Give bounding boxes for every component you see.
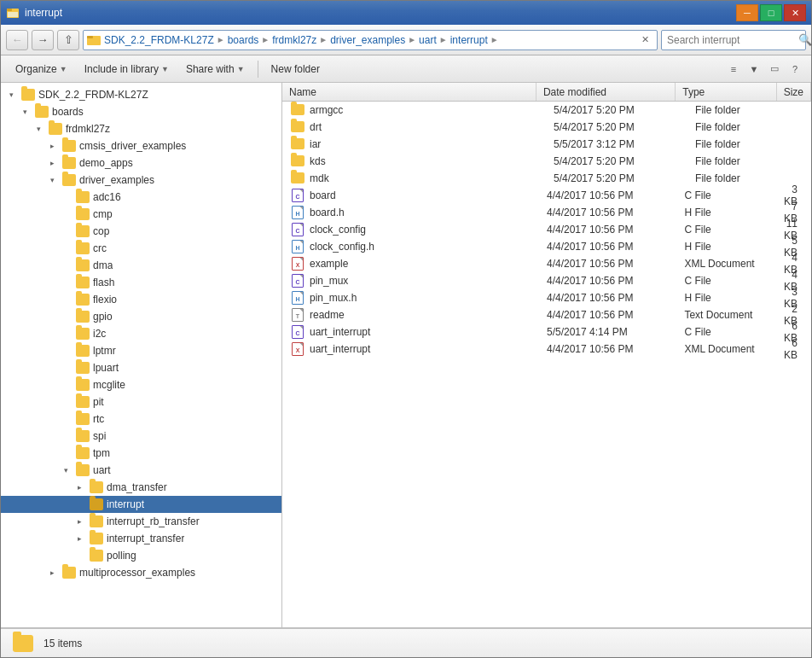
view-dropdown-button[interactable]: ▼ — [745, 60, 763, 79]
tree-label-rtc: rtc — [93, 413, 104, 425]
search-icon[interactable]: 🔍 — [798, 33, 812, 46]
tree-item-dma[interactable]: dma — [1, 257, 281, 274]
tree-item-lpuart[interactable]: lpuart — [1, 359, 281, 376]
share-button[interactable]: Share with ▼ — [178, 58, 252, 80]
folder-icon — [291, 138, 304, 149]
col-header-name[interactable]: Name — [282, 83, 536, 101]
tree-item-boards[interactable]: boards — [1, 103, 281, 120]
tree-item-interrupt[interactable]: interrupt — [1, 496, 281, 513]
address-bar[interactable]: SDK_2.2_FRDM-KL27Z ► boards ► frdmkl27z … — [83, 30, 658, 50]
share-arrow: ▼ — [237, 65, 245, 73]
file-icon-container — [289, 120, 306, 134]
maximize-button[interactable]: □ — [760, 4, 782, 21]
table-row[interactable]: X uart_interrupt 4/4/2017 10:56 PM XML D… — [282, 341, 811, 358]
folder-icon-lpuart — [76, 362, 90, 374]
tree-item-interrupt-transfer[interactable]: interrupt_transfer — [1, 530, 281, 547]
col-type-label: Type — [682, 86, 705, 98]
path-frdmkl27z[interactable]: frdmkl27z — [272, 34, 316, 46]
table-row[interactable]: kds 5/4/2017 5:20 PM File folder — [282, 153, 811, 170]
folder-icon-demo — [62, 157, 76, 169]
tree-item-mcglite[interactable]: mcglite — [1, 376, 281, 393]
path-uart[interactable]: uart — [419, 34, 437, 46]
tree-item-cmsis[interactable]: cmsis_driver_examples — [1, 137, 281, 154]
tree-toggle-multiprocessor[interactable] — [45, 566, 59, 579]
table-row[interactable]: drt 5/4/2017 5:20 PM File folder — [282, 119, 811, 136]
tree-item-multiprocessor[interactable]: multiprocessor_examples — [1, 564, 281, 581]
path-boards[interactable]: boards — [228, 34, 259, 46]
up-button[interactable]: ⇧ — [57, 30, 79, 50]
tree-item-polling[interactable]: polling — [1, 547, 281, 564]
tree-item-spi[interactable]: spi — [1, 428, 281, 445]
tree-item-crc[interactable]: crc — [1, 240, 281, 257]
main-content: SDK_2.2_FRDM-KL27Z boards frdmkl27z cmsi… — [1, 83, 811, 628]
tree-toggle-frdmkl27z[interactable] — [32, 122, 45, 136]
tree-item-pit[interactable]: pit — [1, 393, 281, 411]
tree-item-flash[interactable]: flash — [1, 274, 281, 291]
minimize-button[interactable]: ─ — [736, 4, 758, 21]
tree-toggle-dma-transfer[interactable] — [72, 480, 86, 494]
table-row[interactable]: T readme 4/4/2017 10:56 PM Text Document… — [282, 306, 811, 323]
path-driver-examples[interactable]: driver_examples — [330, 34, 405, 46]
tree-item-rtc[interactable]: rtc — [1, 411, 281, 428]
tree-item-tpm[interactable]: tpm — [1, 445, 281, 462]
back-button[interactable]: ← — [6, 30, 28, 50]
tree-toggle-uart[interactable] — [59, 463, 72, 477]
table-row[interactable]: iar 5/5/2017 3:12 PM File folder — [282, 136, 811, 153]
tree-item-demo[interactable]: demo_apps — [1, 154, 281, 172]
search-input[interactable] — [667, 34, 795, 46]
help-button[interactable]: ? — [786, 60, 804, 79]
table-row[interactable]: X example 4/4/2017 10:56 PM XML Document… — [282, 255, 811, 272]
refresh-button[interactable]: ✕ — [636, 32, 653, 49]
tree-item-cop[interactable]: cop — [1, 223, 281, 240]
tree-toggle-demo[interactable] — [45, 156, 59, 170]
tree-item-gpio[interactable]: gpio — [1, 308, 281, 325]
file-list[interactable]: armgcc 5/4/2017 5:20 PM File folder drt … — [282, 102, 811, 627]
tree-item-dma-transfer[interactable]: dma_transfer — [1, 479, 281, 496]
tree-item-frdmkl27z[interactable]: frdmkl27z — [1, 120, 281, 137]
tree-item-i2c[interactable]: i2c — [1, 325, 281, 342]
tree-item-interrupt-rb[interactable]: interrupt_rb_transfer — [1, 513, 281, 530]
table-row[interactable]: C board 4/4/2017 10:56 PM C File 3 KB — [282, 187, 811, 204]
tree-item-uart[interactable]: uart — [1, 462, 281, 479]
file-icon: C — [292, 274, 304, 288]
close-button[interactable]: ✕ — [784, 4, 806, 21]
tree-item-sdk[interactable]: SDK_2.2_FRDM-KL27Z — [1, 86, 281, 103]
file-name: pin_mux — [310, 275, 547, 287]
tree-toggle-interrupt-transfer[interactable] — [72, 532, 86, 545]
search-box[interactable]: 🔍 — [661, 30, 806, 50]
column-headers: Name Date modified Type Size — [282, 83, 811, 102]
col-header-type[interactable]: Type — [676, 83, 776, 101]
tree-item-flexio[interactable]: flexio — [1, 291, 281, 308]
tree-item-adc16[interactable]: adc16 — [1, 189, 281, 206]
tree-toggle-driver-examples[interactable] — [45, 173, 59, 187]
folder-tree[interactable]: SDK_2.2_FRDM-KL27Z boards frdmkl27z cmsi… — [1, 83, 282, 627]
table-row[interactable]: C pin_mux 4/4/2017 10:56 PM C File 4 KB — [282, 272, 811, 289]
nav-bar: ← → ⇧ SDK_2.2_FRDM-KL27Z ► boards ► frdm… — [1, 25, 811, 55]
table-row[interactable]: H board.h 4/4/2017 10:56 PM H File 7 KB — [282, 204, 811, 221]
table-row[interactable]: H pin_mux.h 4/4/2017 10:56 PM H File 3 K… — [282, 289, 811, 306]
tree-toggle-sdk[interactable] — [4, 88, 18, 102]
tree-item-lptmr[interactable]: lptmr — [1, 342, 281, 359]
table-row[interactable]: C uart_interrupt 5/5/2017 4:14 PM C File… — [282, 323, 811, 341]
preview-pane-button[interactable]: ▭ — [765, 60, 784, 79]
table-row[interactable]: armgcc 5/4/2017 5:20 PM File folder — [282, 102, 811, 119]
path-interrupt[interactable]: interrupt — [450, 34, 488, 46]
include-library-button[interactable]: Include in library ▼ — [77, 58, 177, 80]
tree-item-cmp[interactable]: cmp — [1, 206, 281, 223]
view-list-button[interactable]: ≡ — [724, 60, 743, 79]
tree-toggle-cmsis[interactable] — [45, 139, 59, 153]
forward-button[interactable]: → — [32, 30, 54, 50]
table-row[interactable]: H clock_config.h 4/4/2017 10:56 PM H Fil… — [282, 238, 811, 255]
table-row[interactable]: mdk 5/4/2017 5:20 PM File folder — [282, 170, 811, 187]
tree-toggle-boards[interactable] — [18, 105, 32, 119]
file-type: File folder — [695, 104, 798, 116]
file-type: File folder — [695, 138, 798, 150]
path-sdk[interactable]: SDK_2.2_FRDM-KL27Z — [104, 34, 214, 46]
organize-button[interactable]: Organize ▼ — [8, 58, 75, 80]
col-header-date[interactable]: Date modified — [536, 83, 676, 101]
table-row[interactable]: C clock_config 4/4/2017 10:56 PM C File … — [282, 221, 811, 238]
col-header-size[interactable]: Size — [777, 83, 811, 101]
new-folder-button[interactable]: New folder — [264, 58, 328, 80]
tree-toggle-interrupt-rb[interactable] — [72, 515, 86, 528]
tree-item-driver-examples[interactable]: driver_examples — [1, 172, 281, 189]
